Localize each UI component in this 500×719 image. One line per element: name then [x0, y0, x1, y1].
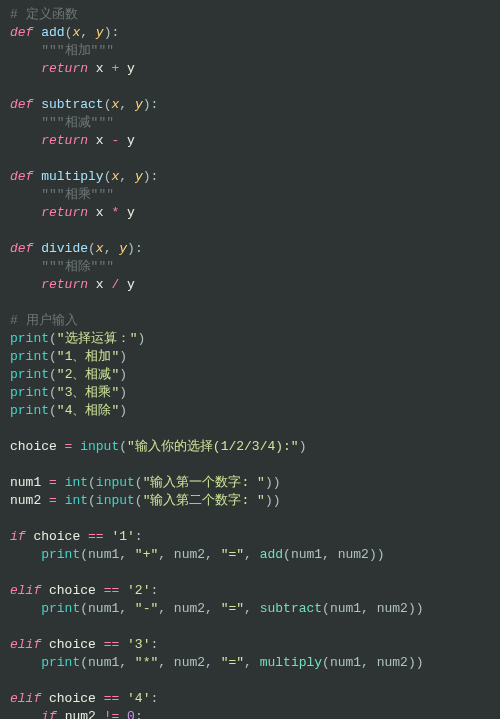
- code-line[interactable]: """相减""": [10, 114, 490, 132]
- code-token: :: [150, 583, 158, 598]
- code-token: [119, 709, 127, 719]
- code-token: (num1,: [80, 547, 135, 562]
- code-token: ): [119, 403, 127, 418]
- code-token: y: [135, 169, 143, 184]
- code-token: (: [49, 385, 57, 400]
- code-line[interactable]: [10, 222, 490, 240]
- code-token: [10, 547, 41, 562]
- code-token: print: [41, 601, 80, 616]
- code-token: if: [10, 529, 33, 544]
- code-line[interactable]: # 用户输入: [10, 312, 490, 330]
- code-token: ,: [244, 547, 260, 562]
- code-token: ):: [143, 97, 159, 112]
- code-token: [119, 691, 127, 706]
- code-token: :: [150, 637, 158, 652]
- code-token: ,: [244, 655, 260, 670]
- code-line[interactable]: num1 = int(input("输入第一个数字: ")): [10, 474, 490, 492]
- code-token: y: [135, 97, 143, 112]
- code-line[interactable]: return x + y: [10, 60, 490, 78]
- code-line[interactable]: [10, 618, 490, 636]
- code-token: (num1,: [80, 655, 135, 670]
- code-token: divide: [41, 241, 88, 256]
- code-line[interactable]: [10, 150, 490, 168]
- code-line[interactable]: print(num1, "+", num2, "=", add(num1, nu…: [10, 546, 490, 564]
- code-token: (: [119, 439, 127, 454]
- code-token: def: [10, 97, 41, 112]
- code-token: subtract: [260, 601, 322, 616]
- code-token: ,: [244, 601, 260, 616]
- code-token: (num1, num2)): [322, 601, 423, 616]
- code-line[interactable]: # 定义函数: [10, 6, 490, 24]
- code-line[interactable]: num2 = int(input("输入第二个数字: ")): [10, 492, 490, 510]
- code-line[interactable]: return x / y: [10, 276, 490, 294]
- code-line[interactable]: elif choice == '2':: [10, 582, 490, 600]
- code-line[interactable]: [10, 78, 490, 96]
- code-line[interactable]: print("3、相乘"): [10, 384, 490, 402]
- code-token: =: [49, 475, 65, 490]
- code-token: (: [49, 367, 57, 382]
- code-token: "-": [135, 601, 158, 616]
- code-line[interactable]: print("1、相加"): [10, 348, 490, 366]
- code-token: "输入第二个数字: ": [143, 493, 265, 508]
- code-line[interactable]: """相加""": [10, 42, 490, 60]
- code-token: :: [150, 691, 158, 706]
- code-token: "4、相除": [57, 403, 119, 418]
- code-token: y: [119, 241, 127, 256]
- code-editor[interactable]: # 定义函数def add(x, y): """相加""" return x +…: [0, 0, 500, 719]
- code-line[interactable]: """相乘""": [10, 186, 490, 204]
- code-token: [10, 709, 41, 719]
- code-line[interactable]: print("4、相除"): [10, 402, 490, 420]
- code-line[interactable]: def divide(x, y):: [10, 240, 490, 258]
- code-token: def: [10, 169, 41, 184]
- code-token: multiply: [260, 655, 322, 670]
- code-token: add: [260, 547, 283, 562]
- code-token: ): [119, 349, 127, 364]
- code-line[interactable]: [10, 564, 490, 582]
- code-token: [119, 637, 127, 652]
- code-token: ==: [104, 637, 120, 652]
- code-token: [10, 61, 41, 76]
- code-line[interactable]: elif choice == '4':: [10, 690, 490, 708]
- code-token: x: [96, 277, 112, 292]
- code-token: [10, 133, 41, 148]
- code-line[interactable]: print(num1, "-", num2, "=", subtract(num…: [10, 600, 490, 618]
- code-line[interactable]: if num2 != 0:: [10, 708, 490, 719]
- code-token: ): [299, 439, 307, 454]
- code-line[interactable]: print(num1, "*", num2, "=", multiply(num…: [10, 654, 490, 672]
- code-line[interactable]: if choice == '1':: [10, 528, 490, 546]
- code-token: x: [96, 61, 112, 76]
- code-token: """相减""": [10, 115, 114, 130]
- code-line[interactable]: [10, 456, 490, 474]
- code-token: =: [65, 439, 81, 454]
- code-token: '3': [127, 637, 150, 652]
- code-line[interactable]: [10, 420, 490, 438]
- code-token: (: [88, 493, 96, 508]
- code-line[interactable]: print("2、相减"): [10, 366, 490, 384]
- code-token: subtract: [41, 97, 103, 112]
- code-line[interactable]: [10, 672, 490, 690]
- code-line[interactable]: choice = input("输入你的选择(1/2/3/4):"): [10, 438, 490, 456]
- code-line[interactable]: elif choice == '3':: [10, 636, 490, 654]
- code-token: ==: [104, 691, 120, 706]
- code-token: choice: [33, 529, 88, 544]
- code-token: "输入你的选择(1/2/3/4):": [127, 439, 299, 454]
- code-token: elif: [10, 691, 49, 706]
- code-token: , num2,: [158, 547, 220, 562]
- code-line[interactable]: def subtract(x, y):: [10, 96, 490, 114]
- code-token: choice: [49, 691, 104, 706]
- code-line[interactable]: [10, 510, 490, 528]
- code-token: print: [41, 547, 80, 562]
- code-token: )): [265, 475, 281, 490]
- code-token: ==: [104, 583, 120, 598]
- code-line[interactable]: return x * y: [10, 204, 490, 222]
- code-line[interactable]: print("选择运算："): [10, 330, 490, 348]
- code-token: "2、相减": [57, 367, 119, 382]
- code-line[interactable]: [10, 294, 490, 312]
- code-line[interactable]: """相除""": [10, 258, 490, 276]
- code-token: y: [119, 61, 135, 76]
- code-token: (: [49, 349, 57, 364]
- code-line[interactable]: def multiply(x, y):: [10, 168, 490, 186]
- code-token: return: [41, 133, 96, 148]
- code-line[interactable]: def add(x, y):: [10, 24, 490, 42]
- code-line[interactable]: return x - y: [10, 132, 490, 150]
